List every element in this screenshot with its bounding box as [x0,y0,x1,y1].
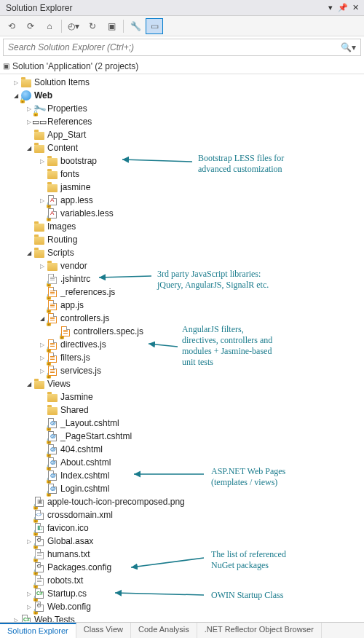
tree-item-label: bootstrap [60,156,97,166]
solution-header[interactable]: ▣ Solution 'Application' (2 projects) [0,58,364,74]
tree-item-label: fonts [60,169,79,179]
search-box[interactable]: 🔍▾ [3,39,361,56]
expander-icon[interactable] [12,78,20,87]
tree-item-label: directives.js [60,339,106,350]
expander-icon [38,170,47,178]
bottom-tab[interactable]: .NET Reflector Object Browser [197,623,322,638]
tree-item[interactable]: 🔒🔧Properties [0,102,364,115]
tree-item[interactable]: 🔒controllers.spec.js [0,325,364,338]
tree-item[interactable]: 🔒Index.cshtml [0,469,364,482]
tree-item[interactable]: 🔒Global.asax [0,535,364,548]
expander-icon [25,235,33,244]
tree-item[interactable]: bootstrap [0,154,364,168]
tree-item[interactable]: ▭▭References [0,115,364,128]
cfg-file-icon [33,562,45,573]
tree-item[interactable]: App_Start [0,128,364,141]
bottom-tab[interactable]: Solution Explorer [0,623,76,638]
expander-icon[interactable] [25,379,33,388]
tree-item-label: Properties [47,103,87,114]
tree-item-label: app.js [60,300,84,310]
png-file-icon [33,496,45,508]
bottom-tab[interactable]: Class View [76,623,131,638]
expander-icon[interactable] [38,261,47,270]
tree-item[interactable]: 🔒apple-touch-icon-precomposed.png [0,495,364,508]
collapse-all-button[interactable]: ▣ [103,18,120,34]
tree-item[interactable]: 🔒services.js [0,364,364,377]
tree-item-label: Shared [60,405,89,415]
tree-item[interactable]: 🔒app.less [0,194,364,207]
solution-label: Solution 'Application' (2 projects) [12,61,138,71]
tree-item[interactable]: Content [0,141,364,154]
search-icon[interactable]: 🔍▾ [341,42,356,52]
cfg-file-icon [33,535,45,547]
tree-item[interactable]: 🔒app.js [0,299,364,312]
tree-item[interactable]: vendor [0,259,364,272]
tree-item[interactable]: fonts [0,168,364,181]
tree-item[interactable]: 🔒humans.txt [0,548,364,561]
expander-icon[interactable] [38,157,47,165]
tree-item-label: vendor [60,261,87,271]
tree-item[interactable]: 🔒404.cshtml [0,443,364,456]
tree-item[interactable]: 🔒Web [0,89,364,102]
back-button[interactable]: ⟲ [3,18,20,34]
folder-icon [47,260,58,272]
pin-icon[interactable]: 📌 [337,2,349,14]
js-file-icon [47,352,58,363]
search-input[interactable] [8,42,341,52]
tree-item[interactable]: 🔒controllers.js [0,312,364,325]
refresh-button[interactable]: ↻ [84,18,101,34]
bottom-tab[interactable]: Code Analysis [131,623,197,638]
tree-item-label: filters.js [60,353,90,363]
tree-item[interactable]: Views [0,377,364,390]
less-file-icon [47,208,58,219]
toolbar: ⟲ ⟳ ⌂ ◴▾ ↻ ▣ 🔧 ▭ [0,16,364,36]
cshtml-file-icon [47,430,58,442]
tree-item[interactable]: 🔒robots.txt [0,574,364,587]
tree-item-label: Jasmine [60,392,93,402]
tree-item[interactable]: Images [0,220,364,233]
tree-item-label: Login.cshtml [60,484,109,494]
tree-item[interactable]: 🔒Login.cshtml [0,482,364,495]
tree-item[interactable]: 🔒_PageStart.cshtml [0,430,364,443]
tree-item-label: apple-touch-icon-precomposed.png [47,497,185,507]
tree-item[interactable]: Routing [0,233,364,246]
dropdown-icon[interactable]: ▾ [325,2,336,14]
tree-item[interactable]: Shared [0,403,364,417]
close-icon[interactable]: ✕ [349,2,361,14]
tree-item-label: .jshintrc [60,274,90,284]
tree-item[interactable]: jasmine [0,181,364,194]
tree-item-label: robots.txt [47,575,83,586]
folder-icon [33,234,45,245]
tree-item[interactable]: Jasmine [0,390,364,403]
properties-button[interactable]: 🔧 [127,18,144,34]
show-all-files-button[interactable]: ▭ [146,18,163,34]
tree-item[interactable]: 🔒directives.js [0,338,364,351]
tree-item[interactable]: Solution Items [0,76,364,89]
tree-item[interactable]: 🔒About.cshtml [0,456,364,469]
tree-item[interactable]: Scripts [0,246,364,259]
tree-item[interactable]: 🔒.jshintrc [0,272,364,285]
cshtml-file-icon [47,457,58,468]
tree-item-label: Startup.cs [47,588,87,599]
tree-item[interactable]: 🔒favicon.ico [0,521,364,535]
tree-item[interactable]: 🔒filters.js [0,351,364,364]
tree-item-label: About.cshtml [60,457,111,468]
tree-item[interactable]: 🔒_Layout.cshtml [0,417,364,430]
expander-icon[interactable] [25,143,33,152]
tree-item[interactable]: 🔒variables.less [0,207,364,220]
tree-item-label: Index.cshtml [60,470,109,481]
cshtml-file-icon [47,444,58,455]
tree-item-label: _PageStart.cshtml [60,431,132,441]
sync-button[interactable]: ◴▾ [65,18,82,34]
tree-item-label: Views [47,379,71,389]
tree-item-label: Global.asax [47,536,93,546]
tree-item[interactable]: 🔒crossdomain.xml [0,508,364,521]
forward-button[interactable]: ⟳ [22,18,39,34]
tree-item[interactable]: 🔒_references.js [0,285,364,299]
js-file-icon [47,312,58,324]
tree-item[interactable]: 🔒Packages.config [0,561,364,574]
tree-item[interactable]: 🔒Startup.cs [0,587,364,600]
home-button[interactable]: ⌂ [41,18,58,34]
tree-item[interactable]: 🔒Web.config [0,600,364,613]
expander-icon[interactable] [25,248,33,257]
